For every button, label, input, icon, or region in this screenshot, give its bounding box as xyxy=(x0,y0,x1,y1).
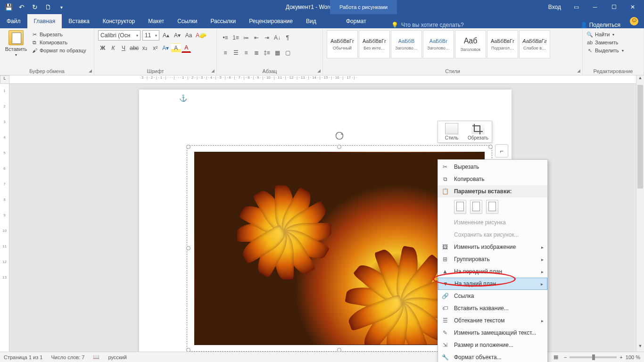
feedback-smiley-icon[interactable] xyxy=(630,17,638,25)
vertical-scrollbar[interactable]: ▲ ▼ xyxy=(636,75,644,352)
style-normal[interactable]: АаБбВвГгОбычный xyxy=(327,30,358,58)
grow-font-button[interactable]: A▴ xyxy=(161,31,171,40)
resize-handle-tr[interactable] xyxy=(488,145,493,149)
increase-indent-button[interactable]: ⇥ xyxy=(262,33,272,42)
paste-button[interactable]: Вставить ▾ xyxy=(4,30,28,57)
sort-button[interactable]: A↓ xyxy=(272,33,282,42)
ctx-format-object[interactable]: 🔧Формат объекта... xyxy=(438,351,547,362)
bold-button[interactable]: Ж xyxy=(98,43,107,53)
web-layout-button[interactable]: ▦ xyxy=(551,353,561,362)
show-marks-button[interactable]: ¶ xyxy=(283,33,292,42)
font-size-combo[interactable]: 11▾ xyxy=(142,30,159,41)
tab-layout[interactable]: Макет xyxy=(141,14,171,28)
ctx-copy[interactable]: ⧉Копировать xyxy=(438,173,547,185)
redo-button[interactable]: ↻ xyxy=(29,1,41,13)
styles-dialog-launcher[interactable]: ◢ xyxy=(577,68,580,73)
clipboard-dialog-launcher[interactable]: ◢ xyxy=(89,68,92,73)
format-painter-button[interactable]: 🖌Формат по образцу xyxy=(31,47,86,54)
scroll-up-button[interactable]: ▲ xyxy=(636,75,644,83)
resize-handle-tm[interactable] xyxy=(337,145,341,149)
close-button[interactable]: ✕ xyxy=(624,0,641,14)
picture-style-button[interactable]: Стиль xyxy=(440,123,463,140)
paste-picture[interactable] xyxy=(486,200,498,214)
subscript-button[interactable]: x₂ xyxy=(140,43,149,53)
style-subtle[interactable]: АаБбВвГгСлабое в… xyxy=(519,30,550,58)
minimize-button[interactable]: ─ xyxy=(586,0,603,14)
align-left-button[interactable]: ≡ xyxy=(221,48,230,58)
align-right-button[interactable]: ≡ xyxy=(241,48,251,58)
new-doc-button[interactable]: 🗋 xyxy=(42,1,54,13)
ctx-edit-alt-text[interactable]: ✎Изменить замещающий текст... xyxy=(438,327,547,339)
spell-check-icon[interactable]: 📖 xyxy=(93,354,99,360)
share-button[interactable]: 👤 Поделиться xyxy=(580,22,620,28)
tab-file[interactable]: Файл xyxy=(0,14,27,28)
italic-button[interactable]: К xyxy=(108,43,118,53)
style-no-spacing[interactable]: АаБбВвГгБез инте… xyxy=(359,30,390,58)
ctx-size-position[interactable]: ⇲Размер и положение... xyxy=(438,339,547,351)
customize-qat-button[interactable]: ▾ xyxy=(56,1,67,13)
ctx-insert-caption[interactable]: 🏷Вставить название... xyxy=(438,302,547,314)
style-title[interactable]: AабЗаголовок xyxy=(455,30,486,58)
find-button[interactable]: 🔍Найти▾ xyxy=(586,31,640,38)
layout-options-button[interactable]: ⌐ xyxy=(495,144,508,157)
font-color-button[interactable]: A xyxy=(182,43,191,53)
tab-format[interactable]: Формат xyxy=(339,14,373,28)
maximize-button[interactable]: ☐ xyxy=(605,0,622,14)
styles-gallery[interactable]: АаБбВвГгОбычный АаБбВвГгБез инте… АаБбВЗ… xyxy=(327,30,578,74)
zoom-level[interactable]: 100 % xyxy=(626,354,640,360)
line-spacing-button[interactable]: ‡≡ xyxy=(262,48,272,58)
paste-merge[interactable] xyxy=(470,200,482,214)
tab-insert[interactable]: Вставка xyxy=(62,14,96,28)
ctx-change-picture[interactable]: 🖼Изменить изображение▸ xyxy=(438,241,547,253)
strikethrough-button[interactable]: abc xyxy=(129,43,139,53)
font-name-combo[interactable]: Calibri (Осн▾ xyxy=(98,30,140,41)
tell-me-search[interactable]: 💡 Что вы хотите сделать? xyxy=(391,22,464,28)
zoom-slider[interactable] xyxy=(570,356,617,358)
align-center-button[interactable]: ☰ xyxy=(231,48,240,58)
shrink-font-button[interactable]: A▾ xyxy=(173,31,182,40)
ctx-bring-front[interactable]: ▲На передний план▸ xyxy=(438,265,547,278)
paste-keep-source[interactable] xyxy=(454,200,466,214)
scroll-thumb[interactable] xyxy=(637,85,643,189)
save-button[interactable]: 💾 xyxy=(3,1,14,13)
tab-mailings[interactable]: Рассылки xyxy=(204,14,242,28)
replace-button[interactable]: abЗаменить xyxy=(586,39,640,46)
tab-home[interactable]: Главная xyxy=(27,14,62,28)
paragraph-dialog-launcher[interactable]: ◢ xyxy=(317,68,321,73)
style-subtitle[interactable]: АаБбВвГгПодзагол… xyxy=(487,30,518,58)
horizontal-ruler[interactable]: 3 · | · 2 · | · 1 · | · · · | · · · 1 · … xyxy=(9,75,644,84)
text-effects-button[interactable]: A▾ xyxy=(161,43,170,53)
language-indicator[interactable]: русский xyxy=(108,354,126,360)
cut-button[interactable]: ✂Вырезать xyxy=(31,31,86,38)
tab-review[interactable]: Рецензирование xyxy=(242,14,299,28)
ctx-group[interactable]: ⊞Группировать▸ xyxy=(438,253,547,265)
shading-button[interactable]: ▦ xyxy=(272,48,282,58)
zoom-in-button[interactable]: + xyxy=(619,354,622,360)
rotate-handle[interactable] xyxy=(335,131,344,140)
zoom-out-button[interactable]: − xyxy=(564,354,567,360)
signin-label[interactable]: Вход xyxy=(548,4,561,10)
ctx-cut[interactable]: ✂Вырезать xyxy=(438,161,547,173)
justify-button[interactable]: ≣ xyxy=(252,48,261,58)
ctx-send-back[interactable]: ▼На задний план▸ xyxy=(438,278,547,290)
superscript-button[interactable]: x² xyxy=(150,43,160,53)
underline-button[interactable]: Ч xyxy=(119,43,128,53)
crop-button[interactable]: Обрезать xyxy=(466,123,490,140)
resize-handle-tl[interactable] xyxy=(186,145,190,149)
ctx-link[interactable]: 🔗Ссылка xyxy=(438,290,547,302)
tab-design[interactable]: Конструктор xyxy=(96,14,141,28)
ruler-corner[interactable]: L xyxy=(0,75,9,84)
word-count[interactable]: Число слов: 7 xyxy=(51,354,84,360)
scroll-down-button[interactable]: ▼ xyxy=(636,344,644,352)
borders-button[interactable]: ▢ xyxy=(283,48,292,58)
ribbon-display-options[interactable]: ▭ xyxy=(568,0,585,14)
bullets-button[interactable]: •≡ xyxy=(221,33,230,42)
change-case-button[interactable]: Aa xyxy=(184,31,193,40)
multilevel-list-button[interactable]: ≔ xyxy=(241,33,251,42)
font-dialog-launcher[interactable]: ◢ xyxy=(211,68,215,73)
style-heading2[interactable]: АаБбВгЗаголово… xyxy=(423,30,454,58)
select-button[interactable]: ↖Выделить▾ xyxy=(586,47,640,54)
resize-handle-ml[interactable] xyxy=(186,246,190,250)
style-heading1[interactable]: АаБбВЗаголово… xyxy=(391,30,422,58)
clear-formatting-button[interactable]: A🧽 xyxy=(195,31,207,40)
